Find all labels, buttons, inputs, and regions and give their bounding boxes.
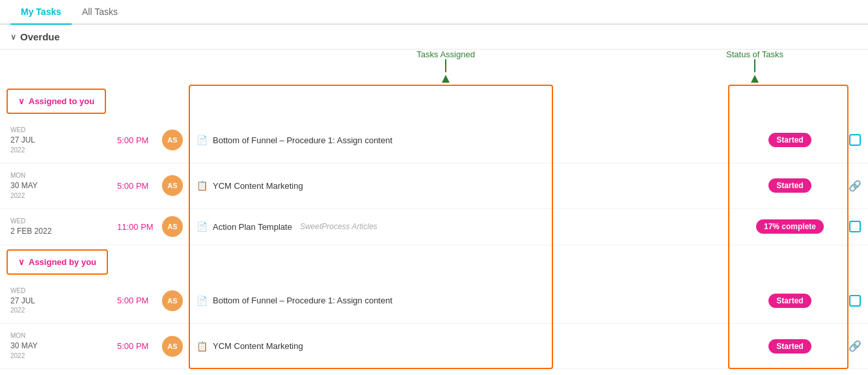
action-cell[interactable] [842,221,868,232]
task-name: Bottom of Funnel – Procedure 1: Assign c… [213,296,392,305]
status-badge: Started [768,178,811,193]
table-row: MON 30 MAY 2022 5:00 PM AS 📋 YCM Content… [0,163,868,209]
rows-wrapper: WED 27 JUL 2022 5:00 PM AS 📄 Bottom of F… [0,279,868,370]
task-name-cell[interactable]: 📋 YCM Content Marketing [189,337,738,355]
tab-bar: My Tasks All Tasks [0,0,868,25]
task-name: Action Plan Template [213,222,292,232]
avatar-cell: AS [156,290,189,311]
task-doc-icon: 📄 [197,296,208,306]
section-assigned-by-you: ∨ Assigned by you WED 27 JUL 2022 5:00 P… [0,245,868,370]
status-badge: 17% complete [756,219,824,234]
task-name-cell[interactable]: 📄 Bottom of Funnel – Procedure 1: Assign… [189,292,738,310]
date-year: 2022 [10,352,107,361]
date-main: 2 FEB 2022 [10,226,107,237]
date-cell: MON 30 MAY 2022 [0,167,117,204]
link-icon[interactable]: 🔗 [848,340,861,352]
date-main: 27 JUL [10,296,107,307]
tab-all-tasks[interactable]: All Tasks [72,0,128,25]
date-day: WED [10,286,107,296]
time-cell: 5:00 PM [117,341,156,351]
annotations-row: Tasks Assigned Status of Tasks [0,49,868,82]
time-cell: 5:00 PM [117,181,156,191]
status-arrow-head [751,75,759,83]
avatar-cell: AS [156,175,189,196]
avatar-cell: AS [156,336,189,357]
avatar: AS [162,216,183,237]
avatar-cell: AS [156,130,189,150]
action-cell[interactable]: 🔗 [842,340,868,352]
overdue-header[interactable]: ∨ Overdue [0,25,868,49]
table-row: MON 30 MAY 2022 5:00 PM AS 📋 YCM Content… [0,324,868,369]
tasks-assigned-label: Tasks Assigned [416,49,475,59]
task-name-cell[interactable]: 📄 Action Plan Template SweetProcess Arti… [189,217,738,236]
task-subtitle: SweetProcess Articles [300,222,377,231]
table-row: WED 27 JUL 2022 5:00 PM AS 📄 Bottom of F… [0,279,868,324]
avatar: AS [162,175,183,196]
status-of-tasks-annotation: Status of Tasks [726,49,783,83]
chevron-down-icon: ∨ [18,257,25,267]
date-day: MON [10,331,107,340]
main-content: ∨ Assigned to you WED 27 JUL 2022 5:00 P… [0,85,868,369]
checkbox-icon[interactable] [849,221,861,232]
task-doc-icon: 📄 [197,221,208,232]
overdue-label: Overdue [20,31,60,42]
status-cell: Started [738,133,842,147]
date-day: WED [10,126,107,135]
date-year: 2022 [10,146,107,155]
tasks-arrow-line [445,59,446,72]
status-arrow-line [754,59,755,72]
tasks-arrow-head [442,75,450,83]
date-main: 30 MAY [10,340,107,352]
action-cell[interactable]: 🔗 [842,180,868,192]
avatar: AS [162,336,183,357]
assigned-to-you-label[interactable]: ∨ Assigned to you [7,89,106,114]
action-cell[interactable] [842,295,868,307]
time-cell: 5:00 PM [117,135,156,145]
tasks-assigned-annotation: Tasks Assigned [416,49,475,83]
task-name-cell[interactable]: 📄 Bottom of Funnel – Procedure 1: Assign… [189,131,738,149]
task-name-cell[interactable]: 📋 YCM Content Marketing [189,176,738,195]
avatar: AS [162,290,183,311]
task-name: YCM Content Marketing [213,181,303,191]
task-copy-icon: 📋 [197,341,208,352]
avatar: AS [162,130,183,150]
task-copy-icon: 📋 [197,180,208,191]
action-cell[interactable] [842,134,868,146]
time-cell: 11:00 PM [117,222,156,232]
task-doc-icon: 📄 [197,135,208,145]
app-container: My Tasks All Tasks ∨ Overdue Tasks Assig… [0,0,868,369]
status-badge: Started [768,133,811,147]
date-day: MON [10,171,107,180]
status-cell: Started [738,294,842,308]
date-cell: WED 27 JUL 2022 [0,283,117,320]
chevron-icon: ∨ [10,33,16,42]
rows-wrapper: WED 27 JUL 2022 5:00 PM AS 📄 Bottom of F… [0,118,868,245]
assigned-by-you-label[interactable]: ∨ Assigned by you [7,249,108,275]
checkbox-icon[interactable] [849,134,861,146]
date-cell: MON 30 MAY 2022 [0,327,117,365]
date-main: 27 JUL [10,135,107,146]
avatar-cell: AS [156,216,189,237]
status-cell: Started [738,339,842,354]
tab-my-tasks[interactable]: My Tasks [10,0,72,25]
task-name: Bottom of Funnel – Procedure 1: Assign c… [213,135,392,145]
time-cell: 5:00 PM [117,296,156,305]
table-row: WED 2 FEB 2022 11:00 PM AS 📄 Action Plan… [0,209,868,245]
date-year: 2022 [10,306,107,315]
date-year: 2022 [10,191,107,201]
task-name: YCM Content Marketing [213,341,303,351]
checkbox-icon[interactable] [849,295,861,307]
table-row: WED 27 JUL 2022 5:00 PM AS 📄 Bottom of F… [0,118,868,163]
date-cell: WED 27 JUL 2022 [0,122,117,159]
status-badge: Started [768,294,811,308]
status-of-tasks-label: Status of Tasks [726,49,783,59]
status-cell: 17% complete [738,219,842,234]
chevron-down-icon: ∨ [18,96,25,106]
status-badge: Started [768,339,811,354]
date-cell: WED 2 FEB 2022 [0,213,117,241]
status-cell: Started [738,178,842,193]
section-assigned-to-you: ∨ Assigned to you WED 27 JUL 2022 5:00 P… [0,85,868,245]
link-icon[interactable]: 🔗 [848,180,861,192]
date-main: 30 MAY [10,180,107,191]
date-day: WED [10,217,107,226]
